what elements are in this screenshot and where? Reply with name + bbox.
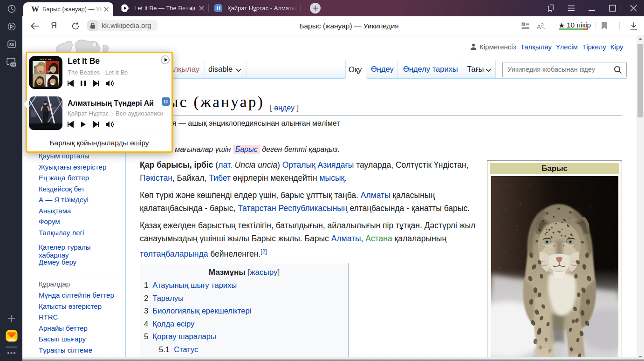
- svg-text:30: 30: [9, 42, 14, 47]
- svg-text:A: A: [537, 23, 541, 30]
- svg-text:ә: ә: [541, 22, 544, 27]
- svg-text:LET IT BE: LET IT BE: [40, 58, 51, 61]
- svg-text:A: A: [522, 23, 525, 26]
